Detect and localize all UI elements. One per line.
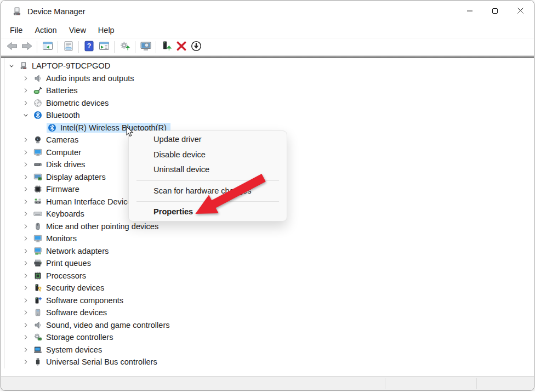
row-content: Audio inputs and outputs — [32, 73, 138, 83]
fingerprint-icon — [33, 99, 42, 107]
disable-device-button[interactable] — [189, 40, 203, 54]
maximize-button[interactable] — [482, 1, 508, 22]
chevron-right-icon[interactable] — [21, 333, 30, 342]
battery-icon — [33, 86, 42, 95]
chevron-down-icon[interactable] — [7, 61, 16, 70]
menu-file[interactable]: File — [9, 24, 29, 36]
uninstall-device-button[interactable] — [174, 40, 189, 54]
tree-item-laptop-9tdcpgod[interactable]: LAPTOP-9TDCPGOD — [5, 60, 534, 72]
display-adapter-icon — [33, 173, 42, 181]
context-menu-item-properties[interactable]: Properties — [129, 204, 287, 220]
toolbar-separator — [135, 41, 135, 53]
tree-item-network-adapters[interactable]: Network adapters — [5, 245, 534, 258]
remote-computer-button[interactable] — [138, 40, 153, 54]
tree-item-universal-serial-bus-controllers[interactable]: Universal Serial Bus controllers — [5, 356, 534, 368]
chevron-right-icon[interactable] — [21, 308, 30, 317]
chevron-right-icon[interactable] — [21, 185, 30, 194]
tree-item-label: Audio inputs and outputs — [46, 74, 134, 83]
chevron-right-icon[interactable] — [21, 160, 30, 169]
properties-page-button[interactable] — [61, 40, 76, 54]
menu-action[interactable]: Action — [29, 24, 62, 36]
update-driver-button[interactable] — [159, 40, 174, 54]
software-component-icon — [33, 296, 42, 305]
tree-item-bluetooth[interactable]: Bluetooth — [5, 109, 534, 122]
show-console-tree-button[interactable] — [40, 40, 55, 54]
tree-item-monitors[interactable]: Monitors — [5, 232, 534, 245]
bluetooth-icon — [33, 111, 42, 120]
keyboard-icon — [33, 209, 42, 218]
action-pane-button[interactable] — [96, 40, 111, 54]
chevron-right-icon[interactable] — [21, 247, 30, 255]
processor-icon — [33, 271, 42, 280]
chevron-right-icon[interactable] — [21, 271, 30, 280]
tree-item-software-components[interactable]: Software components — [5, 294, 534, 307]
row-content: Sound, video and game controllers — [32, 320, 174, 330]
context-menu-item-update-driver[interactable]: Update driver — [129, 132, 287, 147]
tree-item-label: System devices — [46, 345, 102, 354]
tree-item-label: Firmware — [46, 185, 79, 194]
tree-item-sound-video-and-game-controllers[interactable]: Sound, video and game controllers — [5, 319, 534, 332]
chevron-right-icon[interactable] — [21, 135, 30, 144]
row-content: Network adapters — [32, 246, 112, 256]
chevron-right-icon[interactable] — [21, 99, 30, 107]
row-content: Software devices — [32, 308, 111, 317]
help-button[interactable]: ? — [82, 40, 96, 54]
context-menu-item-uninstall-device[interactable]: Uninstall device — [129, 162, 287, 178]
tree-item-software-devices[interactable]: Software devices — [5, 306, 534, 319]
action-pane-icon — [99, 41, 110, 53]
tree-item-biometric-devices[interactable]: Biometric devices — [5, 97, 534, 110]
row-content: Disk drives — [32, 160, 89, 169]
tree-item-system-devices[interactable]: System devices — [5, 344, 534, 356]
security-device-icon — [33, 283, 42, 292]
chevron-right-icon[interactable] — [21, 357, 30, 366]
row-content: Cameras — [32, 135, 82, 145]
chevron-right-icon[interactable] — [21, 345, 30, 354]
chevron-right-icon[interactable] — [21, 259, 30, 268]
tree-item-storage-controllers[interactable]: Storage controllers — [5, 331, 534, 344]
back-button[interactable] — [4, 40, 19, 54]
usb-icon — [33, 357, 42, 366]
tree-item-audio-inputs-and-outputs[interactable]: Audio inputs and outputs — [5, 72, 534, 85]
tree-item-security-devices[interactable]: Security devices — [5, 282, 534, 294]
uninstall-device-icon — [176, 41, 187, 53]
tree-item-label: Sound, video and game controllers — [46, 321, 170, 329]
tree-item-label: Disk drives — [46, 160, 85, 169]
chevron-right-icon[interactable] — [21, 86, 30, 95]
context-menu-item-scan-for-hardware-changes[interactable]: Scan for hardware changes — [129, 184, 287, 199]
tree-item-processors[interactable]: Processors — [5, 270, 534, 282]
chevron-right-icon[interactable] — [21, 222, 30, 231]
tree-item-label: Keyboards — [46, 209, 84, 218]
close-button[interactable] — [508, 1, 533, 22]
tree-item-label: LAPTOP-9TDCPGOD — [32, 61, 110, 70]
context-menu-item-disable-device[interactable]: Disable device — [129, 147, 287, 163]
speaker-icon — [33, 74, 42, 83]
tree-item-print-queues[interactable]: Print queues — [5, 257, 534, 270]
scan-hardware-changes-button[interactable] — [117, 40, 132, 54]
minimize-icon — [466, 8, 473, 16]
minimize-button[interactable] — [457, 1, 482, 22]
chevron-right-icon[interactable] — [21, 321, 30, 329]
status-bar-separator — [476, 378, 477, 389]
help-icon: ? — [84, 41, 94, 53]
status-bar — [1, 376, 534, 390]
chevron-right-icon[interactable] — [21, 197, 30, 206]
chevron-right-icon[interactable] — [21, 74, 30, 83]
window-title: Device Manager — [27, 7, 86, 16]
chevron-right-icon[interactable] — [21, 283, 30, 292]
chevron-right-icon[interactable] — [21, 209, 30, 218]
chevron-down-icon[interactable] — [21, 111, 30, 120]
tree-item-batteries[interactable]: Batteries — [5, 84, 534, 97]
forward-button[interactable] — [19, 40, 34, 54]
disable-device-icon — [191, 41, 202, 53]
menu-help[interactable]: Help — [92, 24, 121, 36]
tree-item-mice-and-other-pointing-devices[interactable]: Mice and other pointing devices — [5, 220, 534, 233]
chevron-right-icon[interactable] — [21, 173, 30, 181]
chevron-right-icon[interactable] — [21, 296, 30, 305]
tree-item-label: Mice and other pointing devices — [46, 222, 158, 231]
menu-view[interactable]: View — [63, 24, 92, 36]
row-content: Security devices — [32, 283, 108, 293]
chevron-right-icon[interactable] — [21, 234, 30, 243]
show-console-tree-icon — [42, 41, 53, 53]
tree-item-label: Software components — [46, 296, 123, 305]
chevron-right-icon[interactable] — [21, 148, 30, 157]
